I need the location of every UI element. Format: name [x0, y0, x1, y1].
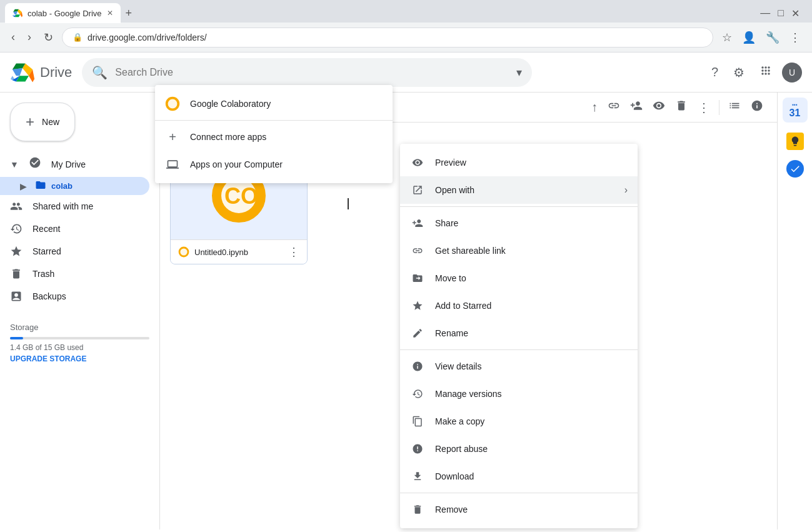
ctx-remove[interactable]: Remove [400, 496, 638, 523]
shared-icon [10, 200, 23, 213]
my-drive-icon [29, 156, 41, 172]
apps-computer-label: Apps on your Computer [190, 159, 283, 169]
search-input[interactable] [115, 67, 509, 78]
ctx-divider-3 [400, 493, 638, 493]
copy-ctx-icon [410, 414, 425, 429]
tab-favicon-icon [13, 8, 23, 18]
back-button[interactable]: ‹ [8, 27, 19, 48]
trash-icon [10, 268, 23, 280]
sidebar-item-colab[interactable]: ▶ colab [0, 177, 149, 195]
ctx-share-label: Share [435, 218, 628, 228]
bulb-icon [789, 136, 801, 147]
apps-button[interactable] [754, 59, 777, 85]
ctx-download[interactable]: Download [400, 463, 638, 490]
ctx-open-with-label: Open with [435, 185, 614, 195]
calendar-widget[interactable]: ▪▪▪ 31 [783, 98, 808, 123]
connect-icon: + [165, 129, 180, 144]
submenu-apps-computer[interactable]: Apps on your Computer [155, 151, 393, 178]
info-ctx-icon [410, 359, 425, 374]
file-type-icon [178, 246, 189, 258]
ctx-preview[interactable]: Preview [400, 149, 638, 176]
ctx-report-abuse-label: Report abuse [435, 444, 628, 454]
header-actions: ? ⚙ U [706, 59, 802, 85]
forward-button[interactable]: › [24, 27, 35, 48]
file-name-label: Untitled0.ipynb [194, 248, 283, 257]
ctx-manage-versions[interactable]: Manage versions [400, 380, 638, 408]
ctx-open-with[interactable]: Open with › [400, 176, 638, 204]
search-dropdown-icon[interactable]: ▾ [516, 66, 522, 79]
monitor-submenu-icon [165, 157, 180, 172]
svg-point-5 [180, 248, 187, 255]
history-ctx-icon [410, 386, 425, 401]
delete-button[interactable] [671, 96, 691, 119]
more-options-button[interactable]: ⋮ [694, 96, 714, 119]
storage-section: Storage 1.4 GB of 15 GB used UPGRADE STO… [0, 313, 159, 373]
refresh-button[interactable]: ↻ [40, 27, 57, 48]
list-view-button[interactable] [724, 96, 744, 119]
new-tab-button[interactable]: + [121, 4, 138, 23]
sidebar-item-shared[interactable]: Shared with me [0, 195, 149, 218]
sidebar-colab-label: colab [51, 181, 73, 191]
notes-widget[interactable] [786, 133, 804, 150]
ctx-shareable-link-label: Get shareable link [435, 246, 628, 256]
profile-button[interactable]: 👤 [738, 27, 759, 48]
ctx-make-copy[interactable]: Make a copy [400, 408, 638, 435]
user-avatar[interactable]: U [782, 63, 802, 83]
ctx-rename[interactable]: Rename [400, 319, 638, 347]
sidebar-item-starred[interactable]: Starred [0, 240, 149, 263]
search-bar: 🔍 ▾ [82, 58, 532, 87]
folder-icon-colab [35, 179, 46, 193]
maximize-button[interactable]: □ [775, 5, 786, 22]
sidebar-item-my-drive[interactable]: ▼ My Drive [0, 151, 149, 177]
sidebar-item-trash[interactable]: Trash [0, 263, 149, 285]
info-button[interactable] [747, 96, 767, 119]
close-button[interactable]: ✕ [789, 5, 802, 22]
add-person-button[interactable] [626, 96, 646, 119]
ctx-share[interactable]: Share [400, 209, 638, 237]
plus-icon: + [26, 113, 34, 131]
ctx-preview-label: Preview [435, 158, 628, 168]
ctx-view-details[interactable]: View details [400, 353, 638, 380]
tab-close-button[interactable]: ✕ [107, 9, 113, 18]
sort-up-button[interactable]: ↑ [588, 96, 601, 118]
sidebar-my-drive-label: My Drive [51, 159, 86, 169]
trash-ctx-icon [410, 502, 425, 517]
svg-text:CO: CO [224, 183, 258, 209]
submenu-google-colab[interactable]: Google Colaboratory [155, 90, 393, 118]
new-button[interactable]: + New [10, 103, 75, 141]
calendar-month: ▪▪▪ [792, 102, 798, 108]
tasks-widget[interactable] [786, 160, 804, 178]
get-link-button[interactable] [604, 96, 624, 119]
submenu-divider [155, 120, 393, 121]
settings-button[interactable]: ⚙ [728, 60, 749, 85]
browser-tab[interactable]: colab - Google Drive ✕ [5, 3, 121, 23]
ctx-remove-label: Remove [435, 504, 628, 514]
ctx-rename-label: Rename [435, 328, 628, 338]
file-menu-button[interactable]: ⋮ [288, 245, 299, 259]
sidebar-item-backups[interactable]: Backups [0, 285, 149, 308]
extension-button[interactable]: 🔧 [762, 27, 783, 48]
ctx-shareable-link[interactable]: Get shareable link [400, 237, 638, 264]
divider [719, 100, 719, 115]
help-button[interactable]: ? [706, 60, 723, 84]
upgrade-storage-link[interactable]: UPGRADE STORAGE [10, 354, 149, 363]
breadcrumb-actions: ↑ ⋮ [588, 96, 767, 119]
check-icon [789, 163, 801, 174]
bookmark-button[interactable]: ☆ [718, 27, 736, 48]
open-with-submenu: Google Colaboratory + Connect more apps … [155, 85, 393, 183]
sidebar-item-recent[interactable]: Recent [0, 218, 149, 240]
ctx-add-starred[interactable]: Add to Starred [400, 292, 638, 319]
ctx-move-to[interactable]: Move to [400, 264, 638, 292]
star-ctx-icon [410, 298, 425, 313]
minimize-button[interactable]: — [758, 5, 773, 22]
preview-button[interactable] [649, 96, 669, 119]
address-bar[interactable]: 🔒 drive.google.com/drive/folders/ [62, 28, 713, 48]
preview-ctx-icon [410, 155, 425, 170]
submenu-connect-apps[interactable]: + Connect more apps [155, 123, 393, 151]
ctx-report-abuse[interactable]: Report abuse [400, 435, 638, 463]
calendar-day: 31 [789, 108, 801, 119]
navigation-bar: ‹ › ↻ 🔒 drive.google.com/drive/folders/ … [0, 23, 812, 53]
file-card-info: Untitled0.ipynb ⋮ [171, 239, 307, 264]
menu-button[interactable]: ⋮ [786, 27, 804, 48]
storage-used-text: 1.4 GB of 15 GB used [10, 343, 149, 352]
